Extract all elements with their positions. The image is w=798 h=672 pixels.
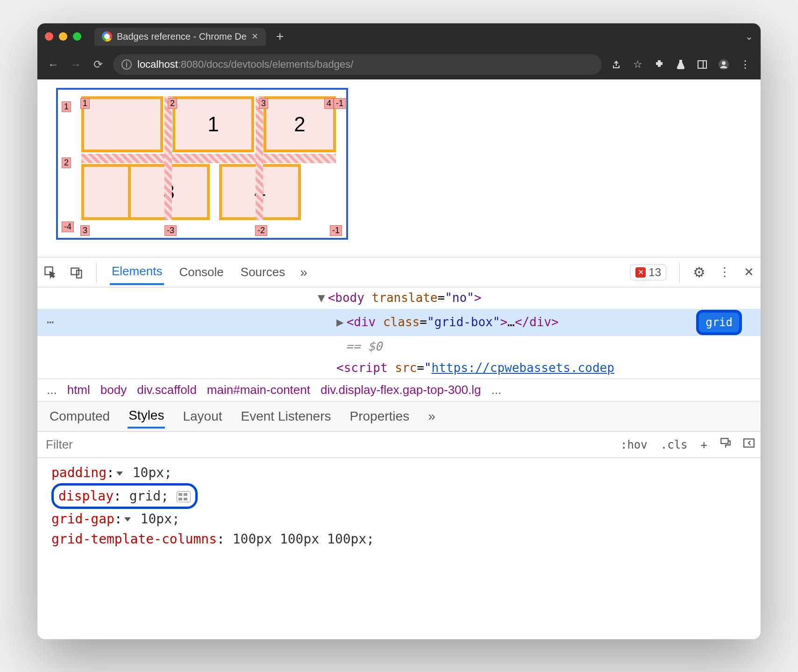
breadcrumb-item[interactable]: div.scaffold	[137, 383, 197, 397]
css-line[interactable]: padding: 10px;	[51, 463, 747, 483]
profile-icon[interactable]	[717, 59, 731, 70]
tab-sources[interactable]: Sources	[239, 260, 287, 284]
close-window-button[interactable]	[45, 32, 53, 41]
bookmark-icon[interactable]: ☆	[631, 58, 645, 71]
breadcrumb-more[interactable]: ...	[491, 383, 501, 397]
grid-line-label: -3	[164, 225, 177, 236]
dom-tree[interactable]: ▼<body translate="no"> ⋯ ▶<div class="gr…	[37, 287, 761, 379]
kebab-icon[interactable]: ⋮	[719, 265, 731, 279]
breadcrumb-item[interactable]: html	[67, 383, 90, 397]
tab-event-listeners[interactable]: Event Listeners	[240, 405, 332, 428]
browser-tab[interactable]: Badges reference - Chrome De ✕	[94, 28, 266, 46]
breadcrumb-more[interactable]: ...	[47, 383, 57, 397]
traffic-lights	[45, 32, 81, 41]
breadcrumb-item[interactable]: body	[100, 383, 127, 397]
panel-icon[interactable]	[695, 59, 709, 70]
breadcrumb-item[interactable]: div.display-flex.gap-top-300.lg	[321, 383, 481, 397]
grid-editor-icon[interactable]	[177, 491, 191, 502]
grid-line-label: 2	[62, 157, 71, 168]
close-tab-icon[interactable]: ✕	[251, 31, 258, 42]
tab-bar: Badges reference - Chrome De ✕ + ⌄	[37, 23, 761, 50]
tab-title: Badges reference - Chrome De	[117, 31, 247, 42]
css-line-display[interactable]: display: grid;	[51, 483, 747, 509]
toggle-sidebar-icon[interactable]	[737, 437, 761, 452]
css-line[interactable]: grid-gap: 10px;	[51, 509, 747, 529]
expand-arrow-icon[interactable]	[116, 472, 123, 476]
tab-layout[interactable]: Layout	[182, 405, 223, 428]
settings-icon[interactable]: ⚙	[693, 264, 705, 280]
svg-point-3	[722, 61, 726, 65]
grid-cell-top: 1	[172, 96, 254, 152]
grid-line-label: 3	[80, 225, 90, 236]
devtools-tabs: Elements Console Sources » ✕13 ⚙ ⋮ ✕	[37, 257, 761, 287]
svg-rect-7	[721, 438, 728, 443]
tab-computed[interactable]: Computed	[49, 405, 111, 428]
chrome-favicon-icon	[102, 31, 112, 42]
breadcrumb-item[interactable]: main#main-content	[207, 383, 310, 397]
tab-properties[interactable]: Properties	[349, 405, 411, 428]
cls-button[interactable]: .cls	[654, 438, 694, 451]
close-devtools-icon[interactable]: ✕	[744, 265, 754, 279]
chrome-header: Badges reference - Chrome De ✕ + ⌄ ← → ⟳…	[37, 23, 761, 79]
reload-button[interactable]: ⟳	[91, 58, 106, 71]
inspect-icon[interactable]	[44, 266, 57, 279]
grid-line-label: -1	[330, 225, 342, 236]
dom-selected-row[interactable]: ⋯ ▶<div class="grid-box">…</div> grid	[37, 309, 761, 336]
minimize-window-button[interactable]	[59, 32, 67, 41]
grid-col-gap-2	[256, 96, 263, 220]
new-rule-button[interactable]: +	[694, 438, 714, 451]
collapse-arrow-icon[interactable]: ▼	[318, 291, 325, 305]
expand-arrow-icon[interactable]	[124, 517, 131, 522]
share-icon[interactable]	[609, 59, 623, 70]
url-path: :8080/docs/devtools/elements/badges/	[178, 58, 353, 70]
styles-tabs: Computed Styles Layout Event Listeners P…	[37, 401, 761, 432]
expand-arrow-icon[interactable]: ▶	[336, 315, 344, 329]
devtools-panel: Elements Console Sources » ✕13 ⚙ ⋮ ✕ ▼<b…	[37, 257, 761, 639]
tab-elements[interactable]: Elements	[110, 259, 164, 285]
script-url[interactable]: https://cpwebassets.codep	[432, 361, 614, 375]
grid-line-label: -2	[255, 225, 267, 236]
address-bar: ← → ⟳ i localhost:8080/docs/devtools/ele…	[37, 50, 761, 79]
grid-overlay: 1 2 3 4 1 1 2 3 4 -1 2 -4 3 -3 -2 -1	[56, 88, 348, 240]
site-info-icon[interactable]: i	[121, 59, 132, 70]
grid-line-label: 2	[168, 98, 177, 109]
device-icon[interactable]	[70, 266, 83, 279]
error-count-badge[interactable]: ✕13	[630, 265, 666, 280]
grid-row-gap	[81, 154, 336, 163]
svg-rect-0	[698, 61, 706, 68]
browser-window: Badges reference - Chrome De ✕ + ⌄ ← → ⟳…	[37, 23, 761, 639]
extensions-icon[interactable]	[652, 59, 666, 70]
maximize-window-button[interactable]	[73, 32, 81, 41]
back-button[interactable]: ←	[46, 58, 61, 71]
forward-button[interactable]: →	[68, 58, 83, 71]
grid-cell-1	[81, 96, 163, 152]
labs-icon[interactable]	[674, 59, 688, 70]
overflow-icon[interactable]: ⋯	[47, 313, 54, 332]
styles-filter-input[interactable]	[37, 434, 614, 456]
tab-overflow-icon[interactable]: ⌄	[745, 31, 753, 42]
tab-console[interactable]: Console	[177, 260, 225, 284]
dom-dollar: == $0	[37, 336, 761, 357]
url-host: localhost	[137, 58, 178, 70]
grid-line-label: 3	[259, 98, 268, 109]
grid-line-label: 1	[62, 101, 71, 112]
breadcrumb: ... html body div.scaffold main#main-con…	[37, 379, 761, 401]
css-line[interactable]: grid-template-columns: 100px 100px 100px…	[51, 529, 747, 549]
grid-line-label: 1	[80, 98, 90, 109]
grid-line-label: -1	[334, 98, 346, 109]
svg-rect-5	[71, 268, 78, 274]
url-input[interactable]: i localhost:8080/docs/devtools/elements/…	[113, 54, 602, 75]
tabs-overflow-icon[interactable]: »	[300, 265, 307, 280]
styles-tabs-more[interactable]: »	[427, 405, 436, 428]
hov-button[interactable]: :hov	[614, 438, 654, 451]
tab-styles[interactable]: Styles	[128, 404, 165, 429]
grid-col-gap-1	[164, 96, 172, 220]
css-rules[interactable]: padding: 10px; display: grid; grid-gap: …	[37, 458, 761, 554]
grid-line-label: 4	[324, 98, 334, 109]
grid-line-label: -4	[62, 222, 74, 232]
menu-icon[interactable]: ⋮	[738, 58, 752, 71]
page-content: 1 2 3 4 1 1 2 3 4 -1 2 -4 3 -3 -2 -1	[37, 79, 761, 257]
paint-icon[interactable]	[714, 437, 737, 452]
new-tab-button[interactable]: +	[270, 29, 290, 44]
grid-badge[interactable]: grid	[696, 310, 742, 335]
